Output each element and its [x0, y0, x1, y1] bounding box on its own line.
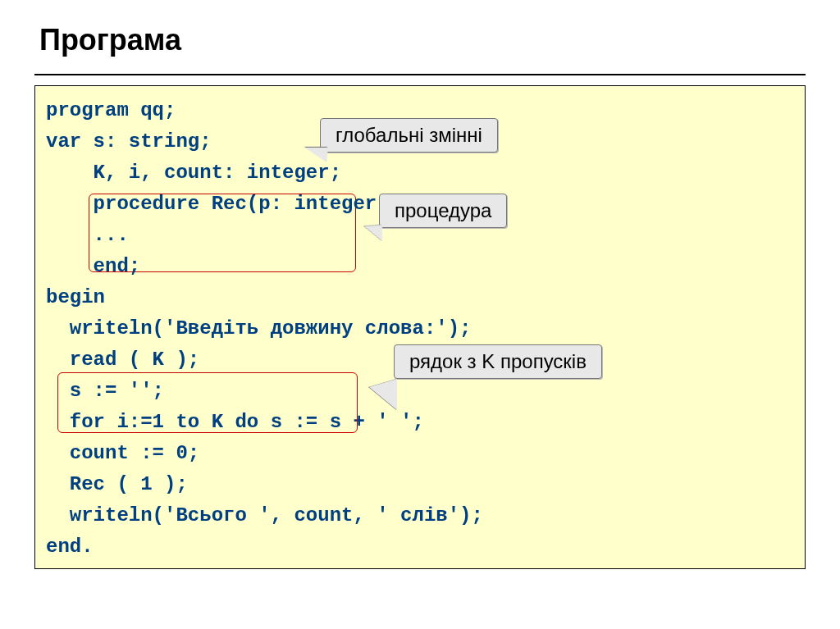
code-line: ...	[46, 224, 129, 246]
callout-loop: рядок з K пропусків	[394, 344, 602, 379]
slide: Програма program qq; var s: string; K, i…	[0, 0, 840, 629]
code-line: var s: string;	[46, 130, 212, 153]
code-line: end.	[46, 536, 94, 558]
code-line: read ( K );	[46, 349, 199, 371]
code-line: begin	[46, 286, 105, 308]
code-line: count := 0;	[46, 442, 199, 464]
callout-globals: глобальні змінні	[320, 118, 498, 153]
code-line: end;	[46, 255, 140, 277]
callout-procedure: процедура	[379, 194, 507, 228]
code-line: Rec ( 1 );	[46, 473, 188, 495]
code-listing: program qq; var s: string; K, i, count: …	[46, 95, 483, 563]
code-line: procedure Rec(p: integer);	[46, 193, 400, 215]
code-line: program qq;	[46, 99, 176, 121]
code-line: writeln('Введіть довжину слова:');	[46, 317, 471, 340]
code-line: s := '';	[46, 380, 164, 402]
code-line: K, i, count: integer;	[46, 162, 341, 184]
code-line: for i:=1 to K do s := s + ' ';	[46, 411, 424, 433]
title-rule	[34, 74, 806, 75]
code-line: writeln('Всього ', count, ' слів');	[46, 504, 483, 526]
slide-title: Програма	[39, 23, 181, 57]
callout-loop-tail	[369, 379, 397, 410]
